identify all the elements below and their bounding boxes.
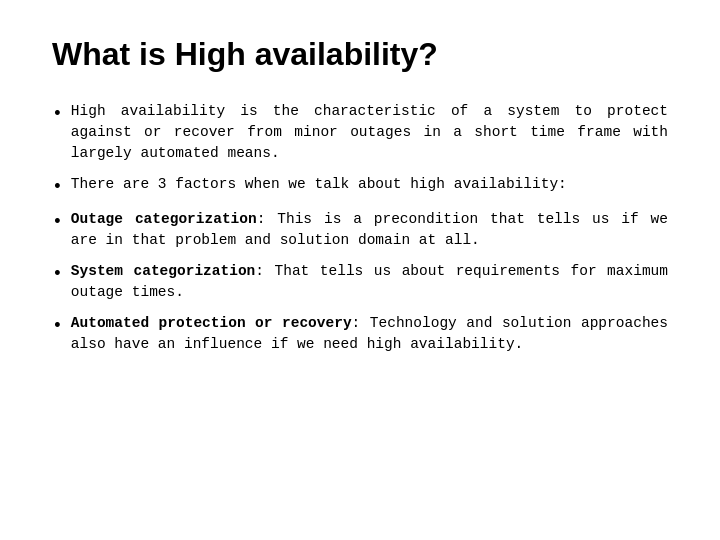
bullet-dot: • <box>52 102 63 126</box>
bold-prefix-5: Automated protection or recovery <box>71 315 352 331</box>
slide: What is High availability? • High availa… <box>0 0 720 540</box>
bullet-text-3: Outage categorization: This is a precond… <box>71 209 668 251</box>
list-item: • Automated protection or recovery: Tech… <box>52 313 668 355</box>
bold-prefix-4: System categorization <box>71 263 256 279</box>
bullet-text-2: There are 3 factors when we talk about h… <box>71 174 668 195</box>
slide-title: What is High availability? <box>52 36 668 73</box>
bullet-dot: • <box>52 262 63 286</box>
bold-prefix-3: Outage categorization <box>71 211 257 227</box>
bullet-dot: • <box>52 210 63 234</box>
content-area: • High availability is the characteristi… <box>52 101 668 355</box>
bullet-dot: • <box>52 314 63 338</box>
bullet-dot: • <box>52 175 63 199</box>
bullet-text-5: Automated protection or recovery: Techno… <box>71 313 668 355</box>
bullet-text-1: High availability is the characteristic … <box>71 101 668 164</box>
list-item: • System categorization: That tells us a… <box>52 261 668 303</box>
list-item: • High availability is the characteristi… <box>52 101 668 164</box>
list-item: • There are 3 factors when we talk about… <box>52 174 668 199</box>
list-item: • Outage categorization: This is a preco… <box>52 209 668 251</box>
bullet-text-4: System categorization: That tells us abo… <box>71 261 668 303</box>
